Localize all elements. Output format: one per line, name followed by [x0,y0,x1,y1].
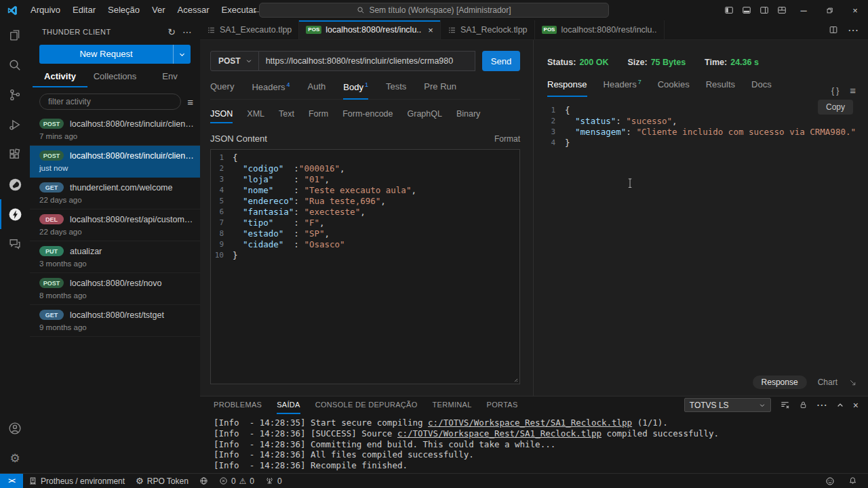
sidebar-tab-collections[interactable]: Collections [87,71,142,87]
split-editor-icon[interactable] [829,25,838,35]
activity-list-item[interactable]: POSTlocalhost:8080/rest/incluir/clientes… [30,146,200,178]
output-channel-select[interactable]: TOTVS LS [684,398,771,412]
request-tab-pre-run[interactable]: Pre Run [424,81,456,100]
format-button[interactable]: Format [494,134,520,144]
request-tab-headers[interactable]: Headers4 [252,81,290,100]
activity-list-item[interactable]: DELlocalhost:8080/rest/api/custom/sz9/00… [30,209,200,241]
copy-button[interactable]: Copy [818,100,853,115]
request-url-input[interactable] [259,51,475,71]
activity-list-item[interactable]: PUTatualizar3 months ago [30,241,200,273]
activity-list-item[interactable]: GETthunderclient.com/welcome22 days ago [30,178,200,209]
chat-icon[interactable] [0,229,30,259]
panel-tab-problemas[interactable]: PROBLEMAS [214,396,262,414]
editor-tab[interactable]: POSlocalhost:8080/rest/inclu..× [299,20,441,39]
send-button[interactable]: Send [482,51,520,71]
tab-more-actions-icon[interactable]: ⋯ [848,24,859,37]
sidebar-tab-env[interactable]: Env [142,71,197,87]
menu-editar[interactable]: Editar [66,0,102,20]
json-body-editor[interactable]: 1{2 "codigo" :"000016",3 "loja" : "01",4… [210,149,520,384]
request-tab-tests[interactable]: Tests [386,81,406,100]
rpo-token-item[interactable]: ⚙ RPO Token [130,474,194,488]
body-tab-xml[interactable]: XML [247,109,264,123]
editor-tab[interactable]: SA1_Execauto.tlpp [200,20,299,39]
new-request-button[interactable]: New Request [39,45,191,64]
menu-seleção[interactable]: Seleção [102,0,146,20]
response-view-button[interactable]: Response [753,375,807,389]
panel-tab-portas[interactable]: PORTAS [487,396,518,414]
filter-activity-input[interactable] [39,94,181,110]
customize-layout-icon[interactable] [773,0,791,20]
new-request-dropdown-icon[interactable] [173,45,191,64]
response-tab-headers[interactable]: Headers7 [604,79,642,97]
request-tab-query[interactable]: Query [210,81,234,100]
response-tab-cookies[interactable]: Cookies [658,79,690,97]
restore-button[interactable] [816,0,842,20]
refresh-icon[interactable]: ↻ [167,26,176,37]
broadcast-tower-icon [265,476,274,485]
menu-acessar[interactable]: Acessar [172,0,216,20]
panel-tab-console-de-depura-o[interactable]: CONSOLE DE DEPURAÇÃO [315,396,418,414]
file-link[interactable]: c:/TOTVS/Workspace_Rest/SA1_Reclock.tlpp [397,428,601,439]
body-tab-graphql[interactable]: GraphQL [408,109,442,123]
resize-grip-icon[interactable] [511,375,518,382]
panel-tab-terminal[interactable]: TERMINAL [433,396,472,414]
close-tab-icon[interactable]: × [428,25,433,35]
expand-diagonal-icon[interactable] [848,378,857,387]
protheus-environment-item[interactable]: Protheus / environment [23,474,130,488]
maximize-panel-icon[interactable] [836,401,844,409]
toggle-panel-icon[interactable] [738,0,755,20]
response-tab-docs[interactable]: Docs [751,79,772,97]
toggle-sidebar-icon[interactable] [720,0,738,20]
response-menu-icon[interactable]: ≡ [850,85,856,96]
totvs-extension-icon[interactable] [0,169,30,199]
remote-indicator[interactable]: >< [0,474,23,488]
braces-icon[interactable]: { } [831,86,839,96]
response-tab-results[interactable]: Results [706,79,735,97]
body-tab-binary[interactable]: Binary [456,109,480,123]
editor-tab[interactable]: SA1_Reclock.tlpp [441,20,535,39]
response-tab-response[interactable]: Response [547,79,587,97]
method-select[interactable]: POST [210,51,259,71]
menu-ver[interactable]: Ver [146,0,172,20]
account-icon[interactable] [0,413,30,443]
size-value: 75 Bytes [651,58,686,67]
search-icon[interactable] [0,50,30,80]
panel-tab-sa-da[interactable]: SAÍDA [277,396,300,414]
notifications-bell-icon[interactable] [843,476,863,485]
request-tab-auth[interactable]: Auth [308,81,326,100]
body-tab-form[interactable]: Form [309,109,328,123]
feedback-smiley-icon[interactable] [820,476,840,486]
line-number: 9 [211,239,233,250]
editor-tab[interactable]: POSlocalhost:8080/rest/inclu.. [535,20,665,39]
body-tab-text[interactable]: Text [279,109,294,123]
ports-item[interactable]: 0 [260,474,288,488]
explorer-icon[interactable] [0,20,30,50]
globe-item[interactable] [194,474,214,488]
problems-item[interactable]: 0 ⚠ 0 [214,474,260,488]
extensions-icon[interactable] [0,140,30,169]
close-window-button[interactable]: × [842,0,868,20]
sidebar-more-icon[interactable]: ⋯ [182,26,192,37]
toggle-secondary-sidebar-icon[interactable] [755,0,773,20]
panel-more-icon[interactable]: ⋯ [816,399,827,411]
body-tab-json[interactable]: JSON [210,109,233,123]
activity-list-item[interactable]: POSTlocalhost:8080/rest/novo8 months ago [30,273,200,305]
activity-list-item[interactable]: GETlocalhost:8080/rest/tstget9 months ag… [30,305,200,337]
thunder-client-icon[interactable] [0,199,30,229]
close-panel-icon[interactable]: × [853,400,859,411]
lock-output-icon[interactable] [799,401,808,409]
command-center[interactable]: Sem título (Workspace) [Administrador] [259,3,609,18]
activity-list-item[interactable]: POSTlocalhost:8080/rest/incluir/clientes… [30,114,200,146]
minimize-button[interactable]: ─ [791,0,816,20]
settings-gear-icon[interactable]: ⚙ [0,443,30,473]
clear-output-icon[interactable] [780,400,790,410]
body-tab-form-encode[interactable]: Form-encode [342,109,393,123]
sort-hamburger-icon[interactable]: ≡ [187,96,193,108]
menu-arquivo[interactable]: Arquivo [24,0,66,20]
request-tab-body[interactable]: Body1 [343,81,368,100]
chart-view-button[interactable]: Chart [818,378,837,387]
source-control-icon[interactable] [0,80,30,110]
file-link[interactable]: c:/TOTVS/Workspace_Rest/SA1_Reclock.tlpp [428,418,632,428]
run-debug-icon[interactable] [0,110,30,140]
sidebar-tab-activity[interactable]: Activity [33,71,87,87]
